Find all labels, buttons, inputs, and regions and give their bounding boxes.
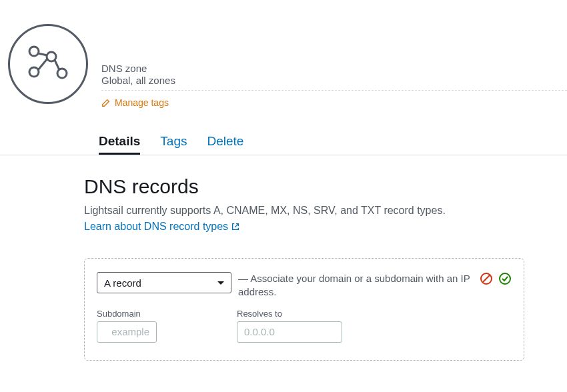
- dns-support-text: Lightsail currently supports A, CNAME, M…: [84, 205, 524, 217]
- dns-records-heading: DNS records: [84, 175, 524, 198]
- manage-tags-link[interactable]: Manage tags: [101, 97, 169, 108]
- resolves-to-input[interactable]: [237, 321, 342, 343]
- record-type-select[interactable]: A record: [97, 272, 231, 293]
- resource-type: DNS zone: [101, 63, 567, 74]
- svg-point-2: [47, 52, 56, 61]
- tabs: Details Tags Delete: [99, 134, 567, 155]
- record-type-value: A record: [104, 277, 141, 289]
- tab-delete[interactable]: Delete: [207, 134, 243, 155]
- svg-line-5: [38, 59, 47, 70]
- learn-dns-link[interactable]: Learn about DNS record types: [84, 221, 240, 233]
- external-link-icon: [231, 222, 240, 231]
- learn-dns-link-label: Learn about DNS record types: [84, 221, 228, 233]
- tab-details[interactable]: Details: [99, 134, 140, 155]
- divider: [101, 90, 567, 91]
- edit-icon: [101, 98, 111, 107]
- cancel-icon[interactable]: [480, 272, 493, 285]
- tab-tags[interactable]: Tags: [160, 134, 187, 155]
- svg-point-9: [500, 273, 510, 284]
- subdomain-input[interactable]: [97, 321, 157, 343]
- svg-line-6: [55, 60, 59, 70]
- manage-tags-label: Manage tags: [115, 97, 169, 108]
- svg-line-8: [483, 275, 490, 282]
- resolves-to-label: Resolves to: [237, 309, 342, 319]
- svg-point-1: [29, 67, 39, 77]
- dns-zone-icon: [8, 24, 88, 104]
- confirm-icon[interactable]: [498, 272, 512, 285]
- svg-point-0: [29, 47, 39, 56]
- svg-line-4: [38, 53, 47, 55]
- tabs-divider: [0, 155, 567, 155]
- add-record-panel: A record — Associate your domain or a su…: [84, 258, 524, 361]
- record-type-description: — Associate your domain or a subdomain w…: [238, 272, 473, 299]
- subdomain-label: Subdomain: [97, 309, 157, 319]
- resource-location: Global, all zones: [101, 75, 567, 86]
